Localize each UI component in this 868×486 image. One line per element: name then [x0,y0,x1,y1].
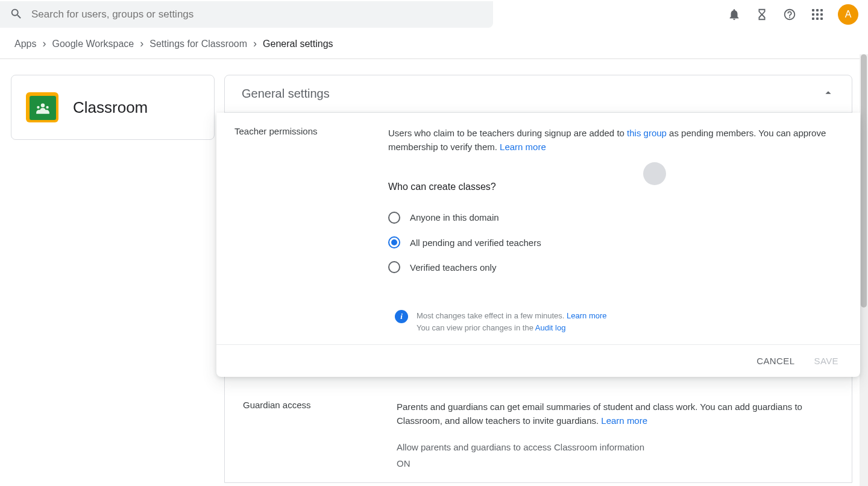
search-box[interactable] [0,1,493,28]
general-settings-panel: General settings Teacher permissions Use… [224,75,852,483]
main-column: General settings Teacher permissions Use… [224,75,852,483]
radio-verified-only[interactable]: Verified teachers only [388,255,835,280]
audit-log-link[interactable]: Audit log [535,323,566,332]
chevron-right-icon: › [140,37,143,50]
scrollbar-thumb[interactable] [861,54,867,308]
chevron-right-icon: › [253,37,257,50]
ripple-effect [643,162,666,185]
panel-title: General settings [242,87,330,101]
avatar[interactable]: A [838,4,858,25]
content: Classroom General settings Teacher permi… [0,59,868,483]
svg-point-0 [41,103,45,107]
radio-icon [388,236,400,248]
breadcrumb-current: General settings [263,39,333,49]
chevron-right-icon: › [42,37,46,50]
radio-label: Verified teachers only [410,260,496,274]
topbar: A [0,0,868,29]
app-title: Classroom [73,98,148,117]
search-icon [10,7,23,22]
guardian-access-desc: Parents and guardians can get email summ… [397,402,802,426]
save-button[interactable]: SAVE [814,356,838,366]
teacher-permissions-card: Teacher permissions Users who claim to b… [216,113,860,377]
search-input[interactable] [31,8,483,21]
classroom-logo-icon [26,92,58,122]
this-group-link[interactable]: this group [627,128,667,138]
svg-point-1 [37,106,39,109]
radio-icon [388,261,400,273]
topbar-actions: A [727,4,858,25]
chevron-up-icon [822,86,835,101]
who-can-create-label: Who can create classes? [388,180,835,195]
guardian-access-label: Guardian access [243,400,385,470]
info-note: i Most changes take effect in a few minu… [216,292,860,344]
scrollbar[interactable] [860,54,868,483]
notifications-icon[interactable] [727,7,741,22]
radio-pending-verified[interactable]: All pending and verified teachers [388,230,835,255]
apps-icon[interactable] [810,7,825,22]
panel-header[interactable]: General settings [225,75,852,113]
info-line2: You can view prior changes in the [417,323,535,332]
radio-icon [388,212,400,224]
guardian-learn-more-link[interactable]: Learn more [601,415,647,426]
teacher-permissions-label: Teacher permissions [234,126,376,280]
info-line1: Most changes take effect in a few minute… [417,311,567,320]
action-bar: CANCEL SAVE [216,344,860,377]
info-learn-more-link[interactable]: Learn more [567,311,606,320]
guardian-value: ON [397,456,826,470]
tasks-icon[interactable] [755,7,769,22]
radio-label: All pending and verified teachers [410,236,541,250]
radio-anyone-domain[interactable]: Anyone in this domain [388,205,835,230]
breadcrumbs: Apps › Google Workspace › Settings for C… [0,29,868,59]
guardian-sub-label: Allow parents and guardians to access Cl… [397,440,826,454]
radio-label: Anyone in this domain [410,210,499,224]
cancel-button[interactable]: CANCEL [756,356,794,366]
learn-more-link[interactable]: Learn more [500,142,546,152]
guardian-access-section: Guardian access Parents and guardians ca… [225,377,852,482]
teacher-permissions-desc: Users who claim to be teachers during si… [388,128,627,138]
breadcrumb-apps[interactable]: Apps [14,39,36,49]
help-icon[interactable] [782,7,797,22]
info-icon: i [395,310,408,323]
breadcrumb-workspace[interactable]: Google Workspace [52,39,134,49]
app-card: Classroom [11,75,215,140]
breadcrumb-settings-classroom[interactable]: Settings for Classroom [149,39,247,49]
svg-point-2 [46,106,48,109]
